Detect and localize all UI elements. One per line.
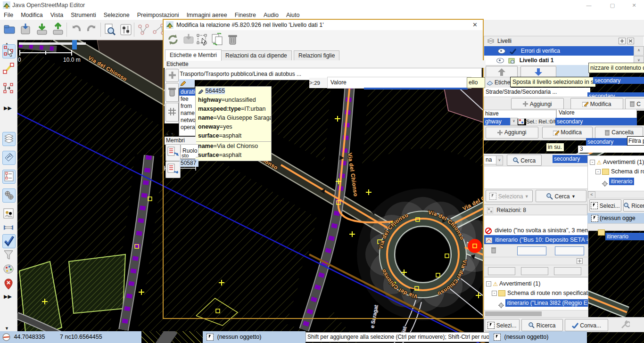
select-button[interactable]: Seleziona ▼ (486, 190, 533, 202)
tags-panel-icon[interactable] (2, 151, 16, 165)
warnings2-root[interactable]: - ⚠ Avvertimenti (1) (486, 280, 540, 287)
select-members-icon[interactable] (197, 33, 210, 46)
member-scroll-arrows[interactable]: ▲ ▼ (165, 132, 179, 137)
menu-aiuto[interactable]: Aiuto (282, 10, 304, 20)
close-button[interactable]: ✕ (627, 1, 641, 9)
delete-tag-button[interactable]: C (625, 98, 644, 109)
combo-dropdown-arrow[interactable]: ∨ (510, 118, 518, 125)
warnings-item[interactable]: itinerario (602, 178, 634, 187)
add-tag-row-button[interactable] (165, 69, 179, 82)
member-role-value[interactable]: sto (181, 153, 196, 159)
move-layer-down-button[interactable] (520, 66, 556, 78)
layer-row-errors[interactable]: Errori di verifica (484, 46, 636, 56)
search-button2[interactable]: Cerca ▼ (536, 190, 586, 202)
redo-icon[interactable] (85, 23, 99, 37)
relation-row-divieto[interactable]: divieto ("no svolta a sinistra", 3 membr… (484, 226, 588, 235)
fix-wrench-icon[interactable] (620, 320, 630, 329)
select-tool-icon[interactable] (2, 44, 16, 58)
combo-arrow[interactable]: ∨ (496, 155, 503, 165)
scroll-up-arrow[interactable]: ∧ (634, 46, 644, 56)
add-tag-button[interactable]: Aggiungi (511, 98, 564, 109)
relation-row-bus10[interactable]: itinerario ("Bus 10: Deposito SETA => Vi… (484, 235, 588, 245)
map-styles-panel-icon[interactable] (2, 263, 15, 276)
toolbar-scroll-down-icon[interactable]: ▼ (5, 325, 9, 332)
add-tag-button2[interactable]: Aggiungi (486, 127, 538, 139)
validator-panel-icon[interactable] (2, 234, 16, 248)
menu-strumenti[interactable]: Strumenti (67, 10, 100, 20)
collapse-icon[interactable] (577, 258, 583, 264)
select-button-short[interactable]: Selezi... (589, 199, 621, 212)
apply-icon[interactable] (182, 33, 195, 46)
upload-icon[interactable] (51, 23, 65, 37)
menu-immagini-aeree[interactable]: Immagini aeree (183, 10, 231, 20)
sticky-pin-icon[interactable] (619, 38, 626, 44)
menu-file[interactable]: File (0, 10, 17, 20)
menu-preimpostazioni[interactable]: Preimpostazioni (133, 10, 183, 20)
selected-value-cell[interactable]: secondary (555, 118, 637, 125)
preset-combo[interactable]: na (484, 155, 497, 164)
paste-tags-button[interactable] (165, 103, 179, 122)
delete-tag-row-button[interactable] (165, 83, 179, 102)
dialog-title-bar[interactable]: Modifica la relazione #5.820.926 nel liv… (164, 20, 483, 31)
dialog-close-icon[interactable]: ✕ (472, 21, 478, 28)
dropdown-item[interactable]: operat (179, 124, 196, 131)
tab-child-relations[interactable]: Relazioni figlie (294, 50, 339, 60)
layers-panel-icon[interactable] (2, 132, 16, 146)
undo-icon[interactable] (69, 23, 83, 37)
download-members-button[interactable] (165, 144, 181, 161)
duplicate-relation-icon[interactable] (211, 33, 224, 46)
scroll-left-arrow[interactable]: < (588, 191, 595, 198)
panel-close-icon[interactable] (627, 38, 634, 44)
warnings2-group[interactable]: - Schema di route non specificato. Ag (492, 290, 588, 296)
menu-finestre[interactable]: Finestre (231, 10, 260, 20)
delete-relation-icon[interactable] (226, 33, 239, 46)
minimize-button[interactable]: — (582, 1, 596, 9)
key-autocomplete-dropdown[interactable]: duration fee from name networ operat (179, 88, 197, 136)
search-button[interactable]: Cerca (507, 155, 542, 166)
toolbar-more-icon[interactable]: ▶▶ (4, 293, 12, 300)
edit-tag-button[interactable]: Modifica (570, 98, 623, 109)
member-id-cell[interactable]: 50587 (180, 159, 198, 167)
warnings2-item[interactable]: itinerario ("Linea 3I82 (Reggio E. (498, 299, 588, 308)
validate-button[interactable]: Conva... (565, 319, 608, 331)
search-icon[interactable] (103, 23, 117, 37)
lookup-button[interactable]: Ricerca (521, 319, 563, 331)
search-button-short[interactable]: Ricer (623, 199, 644, 212)
selection-list-area[interactable] (484, 166, 588, 189)
draw-nodes-tool-icon[interactable] (2, 62, 15, 75)
tab-tags-members[interactable]: Etichette e Membri (165, 49, 222, 61)
open-file-icon[interactable] (3, 23, 17, 37)
menu-selezione[interactable]: Selezione (100, 10, 133, 20)
dropdown-item[interactable]: duration (179, 89, 196, 96)
selected-key-cell[interactable]: ghway (484, 118, 512, 125)
edit-tag-button2[interactable]: Modifica (542, 127, 593, 139)
dropdown-item[interactable]: networ (179, 117, 196, 124)
menu-modifica[interactable]: Modifica (17, 10, 47, 20)
maximize-button[interactable]: ▢ (605, 1, 619, 9)
tags-preset-row[interactable]: Strade/Strade/Secondaria ... (484, 88, 590, 97)
warnings-root[interactable]: - ⚠ Avvertimenti (1) (590, 159, 644, 166)
conflicts-panel-icon[interactable] (2, 221, 15, 235)
improve-way-tool-icon[interactable] (2, 82, 15, 95)
warnings-item-fragment[interactable]: itinerario (605, 233, 644, 240)
layer-visibility-icon[interactable] (498, 49, 505, 54)
filter-box-fragment[interactable]: Filtra per (627, 136, 644, 146)
key-edit-cell[interactable] (179, 79, 195, 88)
notes-panel-icon[interactable] (2, 278, 15, 291)
dropdown-item[interactable]: fee (179, 96, 196, 103)
way-tool-icon[interactable] (137, 23, 151, 37)
menu-audio[interactable]: Audio (260, 10, 282, 20)
warnings-group[interactable]: - Schema di ro (595, 168, 644, 175)
preferences-icon[interactable] (119, 23, 133, 37)
dropdown-item[interactable]: name (179, 110, 196, 117)
menu-vista[interactable]: Vista (47, 10, 67, 20)
select-members-button[interactable] (165, 161, 181, 178)
relations-panel-icon[interactable] (2, 188, 16, 203)
toolbar-more-icon[interactable]: ▶▶ (4, 105, 12, 111)
authors-panel-icon[interactable] (2, 207, 15, 220)
tab-parent-relations[interactable]: Relazioni da cui dipende (221, 50, 292, 60)
move-layer-up-button[interactable] (486, 66, 518, 78)
save-icon[interactable] (19, 23, 33, 37)
filter-panel-icon[interactable] (2, 249, 15, 262)
refresh-icon[interactable] (166, 33, 180, 46)
